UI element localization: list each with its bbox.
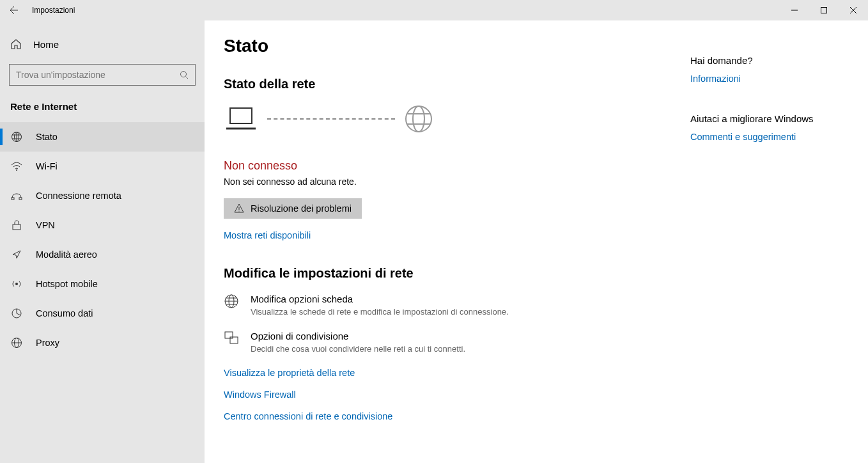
sharing-options-row[interactable]: Opzioni di condivisione Decidi che cosa … <box>224 331 671 354</box>
sidebar-item-status[interactable]: Stato <box>0 122 205 152</box>
datausage-icon <box>10 307 23 320</box>
section-title: Rete e Internet <box>0 96 205 122</box>
svg-rect-6 <box>19 198 22 200</box>
troubleshoot-label: Risoluzione dei problemi <box>251 203 352 214</box>
maximize-icon <box>821 7 827 13</box>
page-title: Stato <box>224 36 671 56</box>
warning-icon <box>234 203 244 214</box>
vpn-icon <box>10 219 23 231</box>
adapter-options-row[interactable]: Modifica opzioni scheda Visualizza le sc… <box>224 294 671 317</box>
adapter-desc: Visualizza le schede di rete e modifica … <box>251 307 509 317</box>
sidebar-item-hotspot[interactable]: Hotspot mobile <box>0 269 205 299</box>
sidebar-item-vpn[interactable]: VPN <box>0 210 205 240</box>
laptop-icon <box>224 106 258 132</box>
svg-point-1 <box>181 72 187 77</box>
sharing-icon <box>224 331 239 346</box>
svg-rect-0 <box>821 8 827 13</box>
feedback-link[interactable]: Commenti e suggerimenti <box>690 132 848 142</box>
sidebar-label: Proxy <box>36 338 59 348</box>
connection-status: Non connesso <box>224 159 671 173</box>
maximize-button[interactable] <box>809 0 839 20</box>
network-diagram <box>224 104 671 134</box>
adapter-title: Modifica opzioni scheda <box>251 294 509 304</box>
sidebar-label: VPN <box>36 220 55 230</box>
sidebar-label: Wi-Fi <box>36 161 58 171</box>
view-properties-link[interactable]: Visualizza le proprietà della rete <box>224 368 671 378</box>
back-arrow-icon <box>9 5 19 15</box>
search-input[interactable] <box>9 64 196 86</box>
firewall-link[interactable]: Windows Firewall <box>224 389 671 400</box>
sidebar-label: Stato <box>36 132 58 142</box>
sidebar-item-dialup[interactable]: Connessione remota <box>0 181 205 210</box>
sidebar-label: Consumo dati <box>36 308 93 318</box>
svg-rect-7 <box>13 224 20 230</box>
sidebar-label: Modalità aereo <box>36 249 97 260</box>
home-button[interactable]: Home <box>0 29 205 59</box>
sidebar-item-datausage[interactable]: Consumo dati <box>0 299 205 328</box>
back-button[interactable] <box>0 0 28 20</box>
svg-rect-12 <box>230 108 252 123</box>
wifi-icon <box>10 160 23 173</box>
sidebar: Home Rete e Internet Stato Wi-Fi Conness… <box>0 20 205 463</box>
search-field[interactable] <box>16 70 180 80</box>
svg-point-4 <box>16 169 17 171</box>
connection-status-desc: Non sei connesso ad alcuna rete. <box>224 177 671 187</box>
close-button[interactable] <box>839 0 868 20</box>
minimize-button[interactable] <box>780 0 809 20</box>
change-settings-heading: Modifica le impostazioni di rete <box>224 266 671 281</box>
window-title: Impostazioni <box>28 6 75 15</box>
sharing-title: Opzioni di condivisione <box>251 331 465 341</box>
proxy-icon <box>10 336 23 349</box>
questions-heading: Hai domande? <box>690 55 848 66</box>
dialup-icon <box>10 189 23 202</box>
airplane-icon <box>10 248 23 261</box>
sidebar-item-wifi[interactable]: Wi-Fi <box>0 152 205 181</box>
svg-point-14 <box>413 106 424 132</box>
status-icon <box>10 130 23 143</box>
svg-point-15 <box>238 210 239 211</box>
globe-icon <box>404 104 433 134</box>
home-icon <box>10 38 22 50</box>
sidebar-label: Connessione remota <box>36 191 121 201</box>
search-icon <box>180 70 189 79</box>
troubleshoot-button[interactable]: Risoluzione dei problemi <box>224 198 362 219</box>
sidebar-item-proxy[interactable]: Proxy <box>0 328 205 357</box>
svg-point-8 <box>15 283 18 285</box>
sharing-center-link[interactable]: Centro connessioni di rete e condivision… <box>224 411 671 421</box>
status-heading: Stato della rete <box>224 77 671 91</box>
hotspot-icon <box>10 278 23 290</box>
show-networks-link[interactable]: Mostra reti disponibili <box>224 230 671 240</box>
feedback-heading: Aiutaci a migliorare Windows <box>690 113 848 124</box>
sidebar-item-airplane[interactable]: Modalità aereo <box>0 240 205 269</box>
home-label: Home <box>33 39 59 50</box>
svg-point-13 <box>406 106 431 132</box>
sharing-desc: Decidi che cosa vuoi condividere nelle r… <box>251 344 465 354</box>
sidebar-label: Hotspot mobile <box>36 279 98 289</box>
close-icon <box>850 7 856 13</box>
adapter-icon <box>224 294 239 309</box>
connection-line <box>267 118 395 120</box>
minimize-icon <box>791 7 798 13</box>
svg-rect-5 <box>12 198 14 200</box>
help-link[interactable]: Informazioni <box>690 74 848 84</box>
